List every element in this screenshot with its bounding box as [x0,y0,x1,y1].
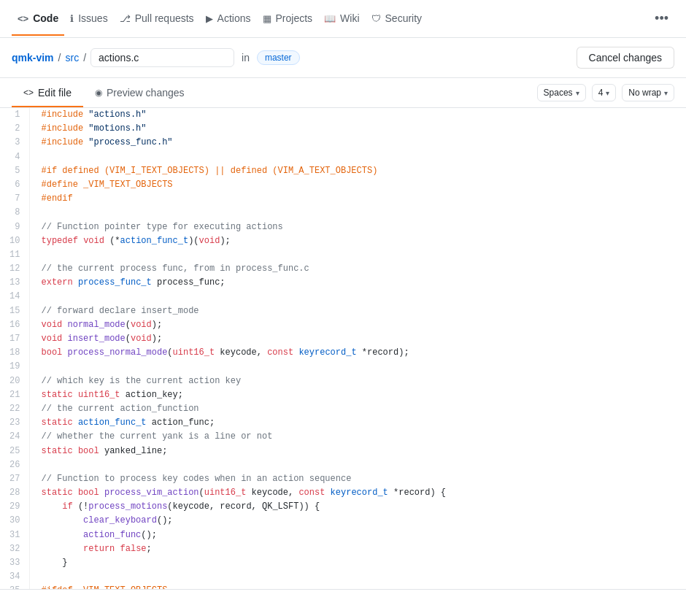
line-code[interactable]: return false; [29,542,686,556]
table-row: 35#ifdef _VIM_TEXT_OBJECTS [0,584,686,590]
line-code[interactable]: typedef void (*action_func_t)(void); [29,234,686,248]
line-number: 31 [0,528,29,542]
line-code[interactable]: // the current process func, from in pro… [29,262,686,276]
line-number: 28 [0,486,29,500]
table-row: 6#define _VIM_TEXT_OBJECTS [0,178,686,192]
table-row: 33 } [0,556,686,570]
indent-size-select[interactable]: 4 ▾ [592,84,617,101]
line-number: 35 [0,584,29,590]
table-row: 13extern process_func_t process_func; [0,276,686,290]
line-code[interactable]: if (!process_motions(keycode, record, QK… [29,500,686,514]
line-code[interactable]: extern process_func_t process_func; [29,276,686,290]
code-table: 1#include "actions.h"2#include "motions.… [0,108,686,590]
nav-item-projects[interactable]: ▦ Projects [257,2,319,36]
line-code[interactable] [29,206,686,220]
line-number: 22 [0,402,29,416]
wrap-chevron: ▾ [664,89,668,97]
nav-label-issues: Issues [78,12,107,24]
line-number: 26 [0,458,29,472]
line-number: 7 [0,192,29,206]
code-editor[interactable]: 1#include "actions.h"2#include "motions.… [0,108,686,590]
more-options-button[interactable]: ••• [649,5,674,32]
table-row: 5#if defined (VIM_I_TEXT_OBJECTS) || def… [0,164,686,178]
branch-badge[interactable]: master [257,50,300,65]
table-row: 14 [0,290,686,304]
table-row: 10typedef void (*action_func_t)(void); [0,234,686,248]
line-code[interactable]: #ifdef _VIM_TEXT_OBJECTS [29,584,686,590]
nav-item-code[interactable]: <> Code [12,2,64,36]
line-code[interactable]: #endif [29,192,686,206]
line-number: 11 [0,248,29,262]
line-code[interactable] [29,458,686,472]
actions-icon: ▶ [206,13,213,24]
line-code[interactable]: static uint16_t action_key; [29,388,686,402]
line-code[interactable]: static bool process_vim_action(uint16_t … [29,486,686,500]
table-row: 11 [0,248,686,262]
table-row: 19 [0,360,686,374]
edit-file-icon: <> [23,88,34,98]
table-row: 29 if (!process_motions(keycode, record,… [0,500,686,514]
line-code[interactable] [29,290,686,304]
filename-input[interactable] [90,48,234,67]
repo-link[interactable]: qmk-vim [12,52,54,63]
line-code[interactable]: action_func(); [29,528,686,542]
line-code[interactable] [29,248,686,262]
table-row: 32 return false; [0,542,686,556]
line-code[interactable]: #include "process_func.h" [29,136,686,150]
line-number: 30 [0,514,29,528]
tab-edit-file[interactable]: <> Edit file [12,80,83,107]
top-navigation: <> Code ℹ Issues ⎇ Pull requests ▶ Actio… [0,0,686,38]
wrap-select[interactable]: No wrap ▾ [622,84,674,101]
line-number: 34 [0,570,29,584]
line-number: 29 [0,500,29,514]
line-code[interactable]: void insert_mode(void); [29,332,686,346]
line-code[interactable]: // Function pointer type for executing a… [29,220,686,234]
issues-icon: ℹ [70,13,74,24]
line-code[interactable]: bool process_normal_mode(uint16_t keycod… [29,346,686,360]
line-number: 16 [0,318,29,332]
tab-edit-file-label: Edit file [38,87,72,99]
tab-preview-changes[interactable]: ◉ Preview changes [83,80,196,107]
line-code[interactable]: clear_keyboard(); [29,514,686,528]
line-code[interactable] [29,570,686,584]
nav-item-issues[interactable]: ℹ Issues [64,2,113,36]
cancel-changes-button[interactable]: Cancel changes [577,47,674,69]
breadcrumb-bar: qmk-vim / src / in master Cancel changes [0,38,686,78]
line-code[interactable]: // forward declare insert_mode [29,304,686,318]
line-code[interactable]: static action_func_t action_func; [29,416,686,430]
line-code[interactable]: } [29,556,686,570]
line-code[interactable]: // Function to process key codes when in… [29,472,686,486]
line-code[interactable]: // the current action_function [29,402,686,416]
pull-requests-icon: ⎇ [120,13,131,24]
line-code[interactable]: #include "motions.h" [29,122,686,136]
line-number: 24 [0,430,29,444]
editor-tabs: <> Edit file ◉ Preview changes Spaces ▾ … [0,78,686,108]
line-code[interactable]: // whether the current yank is a line or… [29,430,686,444]
nav-label-actions: Actions [217,12,251,24]
line-code[interactable] [29,150,686,164]
nav-item-actions[interactable]: ▶ Actions [200,2,257,36]
line-code[interactable] [29,360,686,374]
projects-icon: ▦ [263,13,271,24]
line-number: 14 [0,290,29,304]
table-row: 3#include "process_func.h" [0,136,686,150]
line-number: 17 [0,332,29,346]
line-code[interactable]: // which key is the current action key [29,374,686,388]
table-row: 23static action_func_t action_func; [0,416,686,430]
table-row: 24// whether the current yank is a line … [0,430,686,444]
folder-link[interactable]: src [65,52,79,63]
line-number: 6 [0,178,29,192]
table-row: 1#include "actions.h" [0,108,686,122]
line-number: 13 [0,276,29,290]
line-code[interactable]: #include "actions.h" [29,108,686,122]
nav-item-pull-requests[interactable]: ⎇ Pull requests [114,2,200,36]
nav-item-wiki[interactable]: 📖 Wiki [318,2,365,36]
indent-type-select[interactable]: Spaces ▾ [537,84,586,101]
line-code[interactable]: #define _VIM_TEXT_OBJECTS [29,178,686,192]
line-code[interactable]: void normal_mode(void); [29,318,686,332]
line-code[interactable]: #if defined (VIM_I_TEXT_OBJECTS) || defi… [29,164,686,178]
line-code[interactable]: static bool yanked_line; [29,444,686,458]
line-number: 19 [0,360,29,374]
breadcrumb-sep2: / [83,52,86,63]
nav-item-security[interactable]: 🛡 Security [366,2,428,36]
